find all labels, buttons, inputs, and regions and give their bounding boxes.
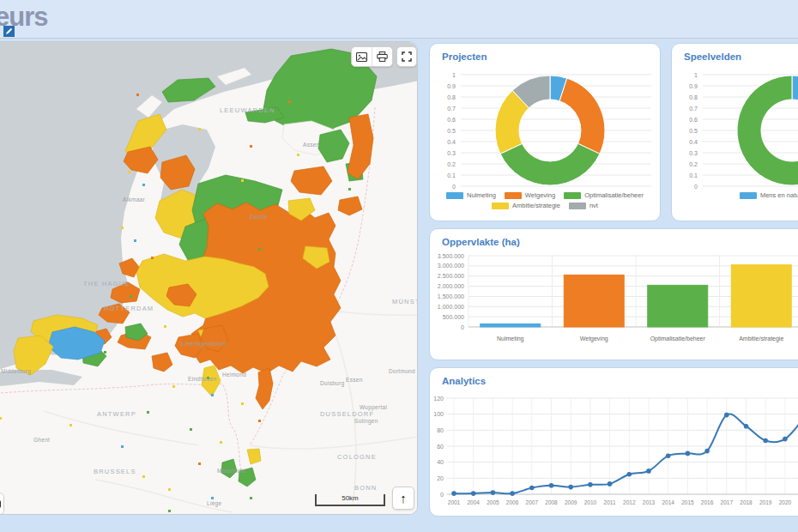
map-marker[interactable] [241,179,244,182]
bar-Ambitie/strategie[interactable] [731,265,791,327]
print-button[interactable] [372,47,392,66]
legend-item[interactable]: Wetgeving [505,191,555,199]
north-arrow-button[interactable]: ↑ [392,487,414,510]
data-point-2014[interactable] [666,453,671,458]
map-marker[interactable] [70,424,72,426]
map-marker[interactable] [258,248,261,251]
map-marker[interactable] [134,239,136,242]
category-label: Nulmeting [497,336,524,342]
map-marker[interactable] [121,227,124,229]
donut-slice-Mens en natuur[interactable] [792,76,798,100]
map-panel[interactable]: LEEUWARDENAssenAlkmaarZwolleTHE HAGUEROT… [0,41,418,515]
map-marker[interactable] [121,445,124,448]
data-point-2007[interactable] [529,486,535,491]
data-point-2013[interactable] [646,469,651,474]
print-icon [377,51,388,62]
map-marker[interactable] [327,274,329,276]
map-marker[interactable] [297,154,299,156]
axis-tick-label: 0 [694,184,698,190]
legend-item[interactable]: Optimalisatie/beheer [564,191,644,199]
axis-tick-label: 20 [437,475,444,481]
map-marker[interactable] [190,171,192,173]
map-city-label: Assen [303,142,320,148]
map-marker[interactable] [348,188,351,190]
data-point-2009[interactable] [568,485,573,490]
fullscreen-button[interactable] [396,46,417,67]
category-label: Ambitie/strategie [739,336,783,342]
map-city-label: Liège [207,500,221,507]
map-city-label: ANTWERP [97,410,136,418]
legend-item[interactable]: nvt [569,202,598,209]
axis-tick-label: 0.6 [689,117,698,123]
map-marker[interactable] [250,497,252,499]
map-marker[interactable] [258,420,261,422]
map-marker[interactable] [211,497,214,499]
attribution-button[interactable] [0,493,4,515]
map-marker[interactable] [190,428,192,431]
data-point-2012[interactable] [627,472,632,477]
map-marker[interactable] [198,128,201,130]
category-label: Wetgeving [580,336,608,342]
map-marker[interactable] [168,510,171,512]
map-marker[interactable] [151,257,154,259]
map-marker[interactable] [211,394,214,396]
map-marker[interactable] [147,411,149,414]
map-scalebar: 50km [315,494,385,506]
year-label: 2001 [448,499,461,505]
map-marker[interactable] [130,295,132,298]
year-label: 2016 [701,499,714,505]
map-marker[interactable] [142,475,145,478]
map-marker[interactable] [301,184,304,186]
legend-label: Mens en natuur [760,191,798,199]
fullscreen-icon [402,51,412,62]
donut-slice-Wetgeving[interactable] [559,78,605,154]
axis-tick-label: 0.8 [689,94,698,100]
map-marker[interactable] [164,325,166,328]
bar-Optimalisatie/beheer[interactable] [648,285,708,327]
legend-swatch [446,192,463,199]
map-marker[interactable] [198,462,201,465]
north-arrow-icon: ↑ [400,491,407,505]
map-city-label: Essen [346,377,363,383]
map-marker[interactable] [172,385,175,388]
data-point-2019[interactable] [763,438,768,444]
data-point-2011[interactable] [608,481,613,487]
map-marker[interactable] [136,94,139,96]
year-label: 2006 [506,499,519,505]
data-point-2010[interactable] [588,482,593,487]
map-marker[interactable] [142,184,145,186]
legend-item[interactable]: Nulmeting [446,191,496,199]
data-point-2020[interactable] [783,437,788,442]
data-point-2006[interactable] [510,491,515,496]
legend-item[interactable]: Mens en natuur [740,191,798,199]
analytics-line-chart: 1201008060402002001200420052006200720082… [430,368,798,516]
year-label: 2011 [604,499,616,505]
axis-tick-label: 0 [452,184,456,190]
export-image-button[interactable] [352,47,372,66]
data-point-2018[interactable] [744,424,749,429]
bar-Wetgeving[interactable] [564,275,624,327]
axis-tick-label: 40 [437,459,444,465]
map-marker[interactable] [288,100,291,103]
donut-slice-Optimalisatie/beheer[interactable] [500,143,600,185]
map-marker[interactable] [128,171,130,173]
axis-tick-label: 0.1 [689,172,698,178]
data-point-2001[interactable] [451,491,456,496]
map-marker[interactable] [241,402,244,405]
map-marker[interactable] [250,145,252,148]
netherlands-map[interactable]: LEEUWARDENAssenAlkmaarZwolleTHE HAGUEROT… [0,42,418,515]
data-point-2008[interactable] [549,483,554,488]
map-marker[interactable] [168,488,171,491]
data-point-2017[interactable] [724,413,729,418]
map-marker[interactable] [220,441,222,444]
data-point-2016[interactable] [704,449,710,454]
map-city-label: Helmond [222,372,246,378]
map-marker[interactable] [0,417,2,420]
data-point-2004[interactable] [471,491,476,496]
bar-Nulmeting[interactable] [481,323,541,327]
data-point-2005[interactable] [491,490,496,495]
legend-item[interactable]: Ambitie/strategie [492,202,560,209]
map-marker[interactable] [104,351,106,354]
map-marker[interactable] [310,257,312,259]
data-point-2015[interactable] [686,451,691,456]
